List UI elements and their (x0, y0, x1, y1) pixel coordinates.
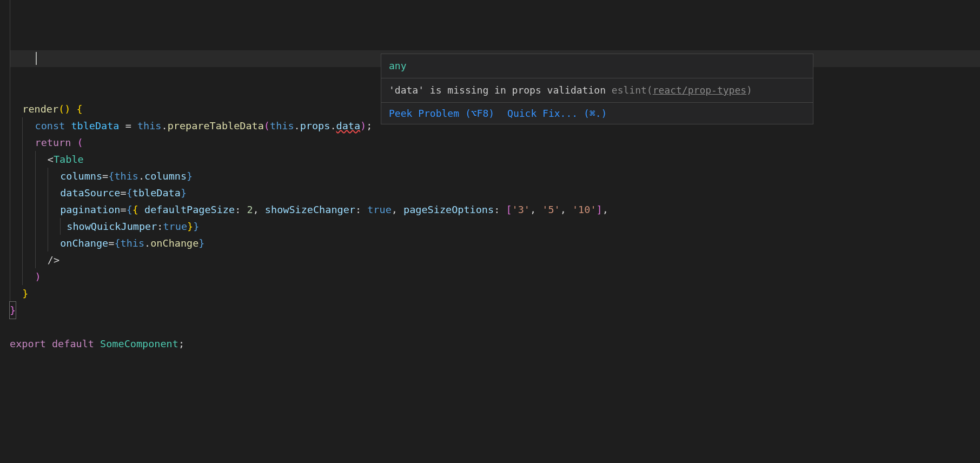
token-attr: dataSource (60, 187, 120, 199)
code-line[interactable]: ) (10, 268, 980, 285)
code-line[interactable]: dataSource={tbleData} (10, 184, 980, 201)
token-attr: columns (60, 170, 102, 182)
code-line[interactable]: columns={this.columns} (10, 168, 980, 184)
hover-actions-row: Peek Problem (⌥F8) Quick Fix... (⌘.) (381, 102, 813, 124)
token-class: SomeComponent (100, 338, 178, 349)
code-line[interactable] (10, 34, 980, 50)
token-keyword: return (35, 137, 71, 148)
hover-message-row: 'data' is missing in props validation es… (381, 78, 813, 102)
hover-type-row: any (381, 54, 813, 78)
code-line[interactable]: } (10, 285, 980, 302)
text-cursor (36, 52, 37, 65)
code-line[interactable]: /> (10, 252, 980, 268)
token-method: render (22, 103, 58, 115)
code-line[interactable]: export default SomeComponent; (10, 335, 980, 352)
token-keyword: const (35, 120, 65, 131)
code-line[interactable]: } (10, 302, 980, 319)
code-line[interactable] (10, 319, 980, 335)
code-line[interactable]: pagination={{ defaultPageSize: 2, showSi… (10, 201, 980, 218)
token-this: this (137, 120, 162, 131)
token-component: Table (54, 154, 84, 165)
hover-type-text: any (389, 60, 407, 71)
hover-rule-link[interactable]: react/prop-types (653, 84, 746, 96)
token-variable: tbleData (71, 120, 119, 131)
token-method: prepareTableData (168, 120, 264, 131)
token-attr: pagination (60, 204, 120, 215)
peek-problem-link[interactable]: Peek Problem (⌥F8) (389, 108, 494, 119)
hover-tooltip: any 'data' is missing in props validatio… (381, 54, 813, 124)
code-line[interactable]: onChange={this.onChange} (10, 235, 980, 252)
code-line[interactable] (10, 17, 980, 34)
code-line[interactable] (10, 0, 980, 17)
code-editor[interactable]: render() { const tbleData = this.prepare… (0, 0, 980, 352)
token-error[interactable]: data (336, 120, 361, 131)
hover-message: 'data' is missing in props validation (389, 84, 606, 96)
code-line[interactable]: return ( (10, 134, 980, 151)
token-keyword: export (10, 338, 46, 349)
code-line[interactable]: <Table (10, 151, 980, 168)
quick-fix-link[interactable]: Quick Fix... (⌘.) (507, 108, 607, 119)
hover-source: eslint (612, 84, 647, 96)
code-line[interactable]: showQuickJumper:true}} (10, 218, 980, 235)
token-attr: onChange (60, 237, 108, 249)
